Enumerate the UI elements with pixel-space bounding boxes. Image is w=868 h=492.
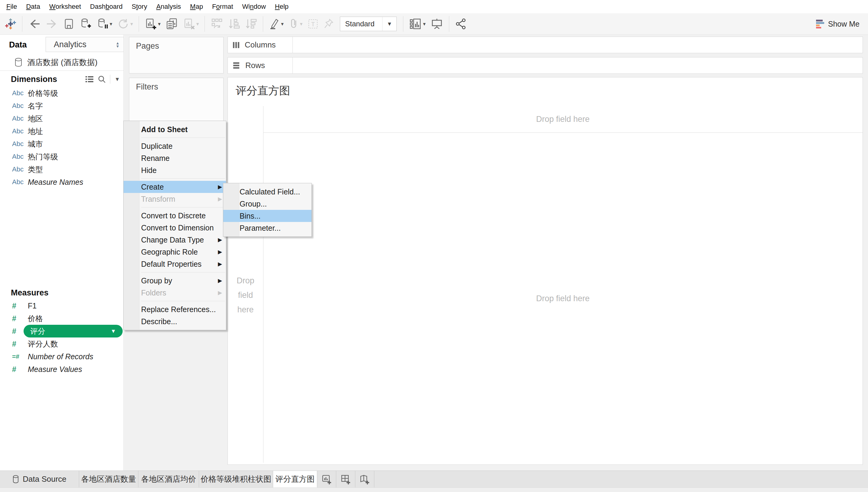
selected-field-pill[interactable]: 评分 ▼ xyxy=(24,325,123,338)
tableau-logo-icon[interactable] xyxy=(4,16,18,32)
new-worksheet-button[interactable]: ▾ xyxy=(143,16,162,32)
menu-story[interactable]: Story xyxy=(127,0,152,13)
show-hide-cards-button[interactable]: ▾ xyxy=(408,16,427,32)
canvas-drop-zone[interactable]: Drop field here xyxy=(263,133,863,465)
tab-analytics[interactable]: Analytics ▴▾ xyxy=(46,37,124,52)
data-source-item[interactable]: 酒店数据 (酒店数据) xyxy=(0,55,124,70)
highlight-caret-icon[interactable]: ▾ xyxy=(281,21,284,27)
toolbar-separator xyxy=(449,16,449,32)
dimension-field[interactable]: AbcMeasure Names xyxy=(0,176,124,189)
measure-field[interactable]: #Measure Values xyxy=(0,363,124,375)
menu-item-duplicate[interactable]: Duplicate xyxy=(124,140,226,152)
dimension-field[interactable]: Abc地区 xyxy=(0,112,124,125)
dimension-field[interactable]: Abc热门等级 xyxy=(0,150,124,163)
menu-item-group[interactable]: Group... xyxy=(223,198,312,210)
field-label: Measure Values xyxy=(28,365,82,374)
columns-shelf[interactable]: Columns xyxy=(228,36,863,53)
fit-selector-value: Standard xyxy=(340,20,382,28)
dimension-field[interactable]: Abc类型 xyxy=(0,163,124,176)
columns-drop-zone[interactable]: Drop field here xyxy=(263,106,863,132)
dimension-field[interactable]: Abc城市 xyxy=(0,138,124,150)
sort-ascending-button xyxy=(227,16,241,32)
menu-help[interactable]: Help xyxy=(270,0,293,13)
menu-separator xyxy=(141,301,225,301)
menu-data[interactable]: Data xyxy=(22,0,45,13)
new-data-source-button[interactable] xyxy=(78,16,93,32)
measure-field[interactable]: #价格 xyxy=(0,312,124,325)
menu-window[interactable]: Window xyxy=(238,0,270,13)
pill-caret-icon[interactable]: ▼ xyxy=(111,328,116,335)
number-datatype-icon: # xyxy=(12,314,28,323)
duplicate-sheet-button[interactable] xyxy=(164,16,180,32)
menu-worksheet[interactable]: Worksheet xyxy=(45,0,85,13)
text-datatype-icon: Abc xyxy=(12,178,28,186)
menu-map[interactable]: Map xyxy=(185,0,208,13)
rows-shelf[interactable]: Rows xyxy=(228,57,863,74)
field-label: 地址 xyxy=(28,126,43,137)
tab-sheet-3[interactable]: 价格等级堆积柱状图 xyxy=(199,471,273,488)
tab-sheet-2[interactable]: 各地区酒店均价 xyxy=(138,471,199,488)
menu-format[interactable]: Format xyxy=(208,0,238,13)
menu-item-parameter[interactable]: Parameter... xyxy=(223,222,312,234)
tab-sheet-4-active[interactable]: 评分直方图 xyxy=(273,471,317,488)
measure-field[interactable]: #F1 xyxy=(0,299,124,312)
menu-item-convert-to-discrete[interactable]: Convert to Discrete xyxy=(124,210,226,222)
dimension-field[interactable]: Abc价格等级 xyxy=(0,87,124,99)
status-bar xyxy=(0,488,868,492)
pause-auto-updates-button[interactable]: ▾ xyxy=(95,16,113,32)
tab-label: 各地区酒店数量 xyxy=(81,474,136,485)
menu-item-default-properties[interactable]: Default Properties▶ xyxy=(124,258,226,270)
redo-button[interactable] xyxy=(45,16,59,32)
dimension-field[interactable]: Abc名字 xyxy=(0,99,124,112)
show-cards-caret-icon[interactable]: ▾ xyxy=(423,21,426,27)
new-worksheet-tab-button[interactable] xyxy=(317,471,336,488)
pages-card[interactable]: Pages xyxy=(129,37,223,73)
view-as-list-icon[interactable] xyxy=(85,76,94,83)
menu-item-rename[interactable]: Rename xyxy=(124,152,226,164)
undo-button[interactable] xyxy=(27,16,42,32)
save-button[interactable] xyxy=(62,16,76,32)
menu-item-describe[interactable]: Describe... xyxy=(124,315,226,327)
menu-item-create[interactable]: Create▶ xyxy=(124,181,226,193)
refresh-data-source-button[interactable]: ▾ xyxy=(116,16,134,32)
menu-item-calculated-field[interactable]: Calculated Field... xyxy=(223,186,312,198)
highlight-button[interactable]: ▾ xyxy=(268,16,285,32)
menu-item-geographic-role[interactable]: Geographic Role▶ xyxy=(124,246,226,258)
sort-updown-icon[interactable]: ▴▾ xyxy=(116,41,119,48)
fit-selector[interactable]: Standard ▼ xyxy=(340,17,397,31)
menu-item-replace-references[interactable]: Replace References... xyxy=(124,303,226,315)
tab-data-source[interactable]: Data Source xyxy=(0,471,79,488)
dimensions-title: Dimensions xyxy=(11,75,57,84)
pages-card-label: Pages xyxy=(136,42,159,50)
search-icon[interactable] xyxy=(98,75,106,83)
show-me-button[interactable]: Show Me xyxy=(814,19,860,28)
menu-item-change-data-type[interactable]: Change Data Type▶ xyxy=(124,234,226,246)
new-dashboard-tab-button[interactable] xyxy=(336,471,355,488)
pause-caret-icon[interactable]: ▾ xyxy=(110,21,112,27)
menu-item-hide[interactable]: Hide xyxy=(124,164,226,176)
dimension-field[interactable]: Abc地址 xyxy=(0,125,124,138)
menu-file[interactable]: File xyxy=(2,0,22,13)
menu-analysis[interactable]: Analysis xyxy=(152,0,185,13)
number-datatype-icon: # xyxy=(12,340,28,348)
worksheet-view[interactable]: 评分直方图 Drop field here Drop field here Dr… xyxy=(228,77,863,465)
measure-field[interactable]: #评分人数 xyxy=(0,338,124,350)
rows-drop-zone[interactable]: Drop field here xyxy=(228,273,263,317)
menu-item-convert-to-dimension[interactable]: Convert to Dimension xyxy=(124,222,226,234)
menu-dashboard[interactable]: Dashboard xyxy=(85,0,127,13)
menu-item-add-to-sheet[interactable]: Add to Sheet xyxy=(124,123,226,136)
pane-menu-caret-icon[interactable]: ▼ xyxy=(114,76,120,82)
tab-data[interactable]: Data xyxy=(9,40,27,50)
share-workbook-button[interactable] xyxy=(454,16,468,32)
new-story-tab-button[interactable] xyxy=(355,471,374,488)
new-worksheet-caret-icon[interactable]: ▾ xyxy=(158,21,161,27)
measure-field[interactable]: =#Number of Records xyxy=(0,350,124,363)
tab-sheet-1[interactable]: 各地区酒店数量 xyxy=(79,471,138,488)
menu-item-group-by[interactable]: Group by▶ xyxy=(124,275,226,287)
measure-field-selected[interactable]: # 评分 ▼ xyxy=(0,325,124,338)
presentation-mode-button[interactable] xyxy=(429,16,444,32)
tab-analytics-label: Analytics xyxy=(54,40,86,49)
fit-selector-caret-icon[interactable]: ▼ xyxy=(382,17,396,31)
sort-descending-button xyxy=(244,16,258,32)
menu-item-bins[interactable]: Bins... xyxy=(223,210,312,222)
